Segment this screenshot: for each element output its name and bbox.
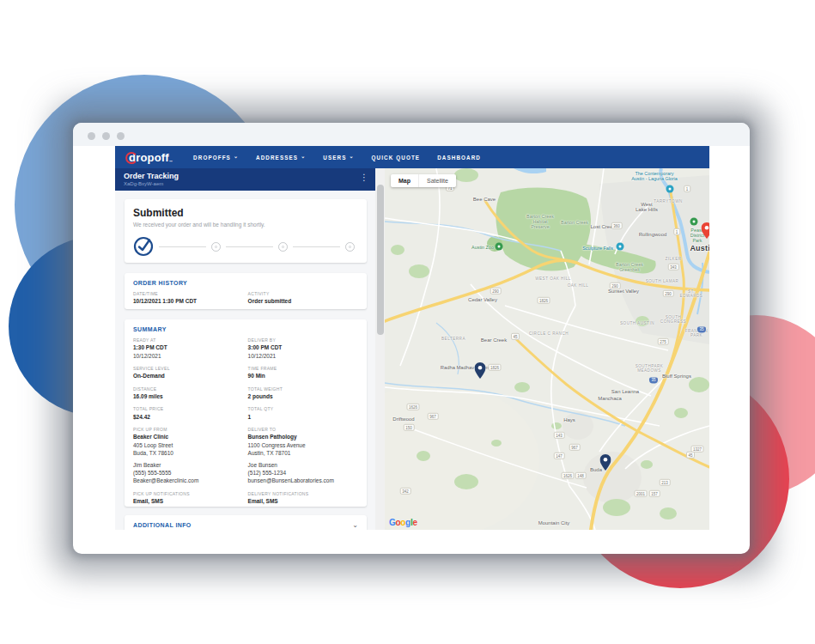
field-label: READY AT <box>133 337 248 343</box>
road-shield: 1327 <box>690 446 703 453</box>
window-control-dot[interactable] <box>88 132 95 140</box>
map-label: Cedar Valley <box>468 297 497 302</box>
map-label: FRANKLIN PARK <box>685 329 709 337</box>
pickup-block: PICK UP FROM Beaker Clinic 405 Loop Stre… <box>133 427 248 485</box>
field-label: SERVICE LEVEL <box>133 366 248 371</box>
field-value: 1 <box>248 413 358 421</box>
chevron-down-icon[interactable]: ⌄ <box>352 521 358 529</box>
delivery-email: bunsen@BunsenLaboratories.com <box>248 477 358 484</box>
road-shield: 343 <box>668 264 679 270</box>
map-label: Manchaca <box>598 396 622 401</box>
delivery-address: 1100 Congress Avenue <box>248 441 358 449</box>
destination-pin-icon <box>600 454 611 474</box>
order-tracking-header: Order Tracking XaDg-BxyW-aem ⋮ <box>115 168 375 191</box>
nav-item-addresses[interactable]: ADDRESSES⌄ <box>256 155 306 161</box>
pickup-email: Beaker@Beakerclinic.com <box>133 477 248 484</box>
poi-teal-poi-marker-icon <box>666 185 674 193</box>
nav-item-dashboard[interactable]: DASHBOARD <box>437 155 481 161</box>
road-shield: 275 <box>658 338 669 345</box>
road-shield: 45 <box>686 452 695 459</box>
window-control-dot[interactable] <box>117 132 125 140</box>
road-shield: 148 <box>575 472 587 479</box>
nav-item-dropoffs[interactable]: DROPOFFS⌄ <box>193 155 239 161</box>
field-label: ACTIVITY <box>248 291 358 296</box>
delivery-address: Austin, TX 78701 <box>248 449 358 457</box>
road-shield: 1626 <box>561 472 574 479</box>
status-card: Submitted We received your order and wil… <box>125 199 367 263</box>
road-shield: 1826 <box>537 297 550 304</box>
field-value: Email, SMS <box>248 497 358 505</box>
poi-green-poi-marker-icon <box>496 243 503 251</box>
dropoff-app: dropoff™ DROPOFFS⌄ ADDRESSES⌄ USERS⌄ QUI… <box>115 146 709 530</box>
delivery-phone: (512) 555-1234 <box>248 469 358 477</box>
google-attribution[interactable]: Google <box>389 518 417 527</box>
field-value: 10/12/2021 1:30 PM CDT <box>133 297 248 305</box>
road-shield: 360 <box>611 222 623 229</box>
field-value: 90 Min <box>248 372 358 380</box>
field-label: DATE/TIME <box>133 291 248 296</box>
chevron-down-icon: ⌄ <box>301 153 306 159</box>
map-label: TARRYTOWN <box>654 199 683 204</box>
content-area: Order Tracking XaDg-BxyW-aem ⋮ Submitted… <box>115 168 709 530</box>
order-history-card: ORDER HISTORY DATE/TIME 10/12/2021 1:30 … <box>125 273 367 309</box>
delivery-name: Bunsen Pathology <box>248 433 358 440</box>
kebab-menu-icon[interactable]: ⋮ <box>360 173 368 182</box>
road-shield: 150 <box>404 424 415 431</box>
location-pin-icon <box>702 222 710 242</box>
logo-ring-icon <box>125 151 138 165</box>
progress-connector <box>293 246 340 247</box>
satellite-button[interactable]: Satellite <box>419 174 456 187</box>
pickup-phone: (555) 555-5555 <box>133 469 248 477</box>
step-pending-icon <box>345 242 355 252</box>
map-label: SOUTH LAMAR <box>646 279 679 283</box>
step-pending-icon <box>278 242 288 252</box>
section-title: SUMMARY <box>133 326 358 332</box>
progress-connector <box>159 246 206 247</box>
dropoff-logo[interactable]: dropoff™ <box>127 151 173 164</box>
map-label: Sunset Valley <box>608 289 639 294</box>
map-label: Sculpture Falls <box>582 246 613 251</box>
road-shield: 290 <box>490 288 502 295</box>
field-label: DISTANCE <box>133 386 248 392</box>
map-label: Lost Creek <box>590 224 615 229</box>
map-label: SOUTH CONGRESS <box>655 315 691 324</box>
map-label: OAK HILL <box>568 283 589 288</box>
map-label: The Contemporary Austin - Laguna Gloria <box>631 171 678 181</box>
nav-item-users[interactable]: USERS⌄ <box>323 155 354 161</box>
window-titlebar <box>73 123 750 146</box>
map-label: ZILKER <box>665 257 681 261</box>
map-label: Austin <box>690 244 709 252</box>
window-control-dot[interactable] <box>102 132 110 140</box>
pickup-address: 405 Loop Street <box>133 441 248 449</box>
poi-green-poi-marker-icon <box>690 218 698 226</box>
field-value: $24.42 <box>133 413 248 421</box>
field-value: On-Demand <box>133 372 248 380</box>
map-label: Barton Creek Habitat Preserve <box>526 214 554 229</box>
map-type-toggle: Map Satellite <box>391 174 456 187</box>
map-button[interactable]: Map <box>391 174 418 187</box>
map-label: San Leanna <box>611 389 639 394</box>
field-value: Order submitted <box>248 297 358 305</box>
field-label: DELIVERY NOTIFICATIONS <box>248 491 358 496</box>
map-label: SOUTHPARK MEADOWS <box>636 364 664 373</box>
road-shield: 1 <box>684 185 690 192</box>
delivery-contact: Joe Bunsen <box>248 461 358 469</box>
scrollbar-thumb[interactable] <box>377 185 384 335</box>
road-shield: 1826 <box>488 364 501 371</box>
field-label: TOTAL WEIGHT <box>248 386 358 392</box>
field-value: 3:00 PM CDT <box>248 343 358 351</box>
road-shield: 2001 <box>634 490 647 497</box>
map-label: West Lake Hills <box>636 202 658 212</box>
map-label: Bee Cave <box>473 197 496 202</box>
field-value: Email, SMS <box>133 497 248 505</box>
interstate-shield: 35 <box>697 327 706 333</box>
map-label: BELTERRA <box>441 337 465 341</box>
nav-item-quick-quote[interactable]: QUICK QUOTE <box>372 155 421 161</box>
map-canvas[interactable]: Bee CaveBarton Creek Habitat PreserveBar… <box>385 168 709 530</box>
additional-info-card[interactable]: ADDITIONAL INFO ⌄ <box>125 515 367 530</box>
map-label: Rollingwood <box>639 232 667 237</box>
road-shield: 290 <box>663 290 674 297</box>
section-title: ORDER HISTORY <box>133 280 358 286</box>
map-label: Barton Creek <box>561 220 588 225</box>
browser-window: dropoff™ DROPOFFS⌄ ADDRESSES⌄ USERS⌄ QUI… <box>73 123 750 554</box>
